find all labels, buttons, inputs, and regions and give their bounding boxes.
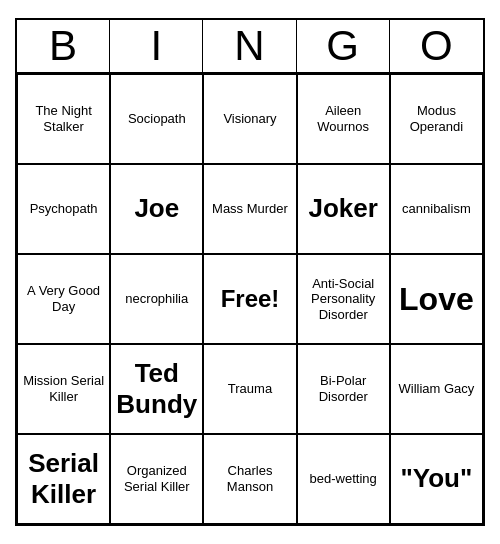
bingo-header-letter: N [203,20,296,72]
bingo-cell: Love [390,254,483,344]
bingo-cell: cannibalism [390,164,483,254]
bingo-cell: A Very Good Day [17,254,110,344]
bingo-cell: necrophilia [110,254,203,344]
bingo-header-letter: G [297,20,390,72]
bingo-cell: Free! [203,254,296,344]
bingo-cell: Psychopath [17,164,110,254]
bingo-header: BINGO [17,20,483,74]
bingo-cell: Sociopath [110,74,203,164]
bingo-cell: Modus Operandi [390,74,483,164]
bingo-cell: Anti-Social Personality Disorder [297,254,390,344]
bingo-cell: Trauma [203,344,296,434]
bingo-header-letter: B [17,20,110,72]
bingo-cell: Visionary [203,74,296,164]
bingo-cell: Bi-Polar Disorder [297,344,390,434]
bingo-cell: Mission Serial Killer [17,344,110,434]
bingo-cell: Charles Manson [203,434,296,524]
bingo-grid: The Night StalkerSociopathVisionaryAilee… [17,74,483,524]
bingo-cell: "You" [390,434,483,524]
bingo-cell: Joe [110,164,203,254]
bingo-cell: Aileen Wournos [297,74,390,164]
bingo-cell: Mass Murder [203,164,296,254]
bingo-cell: Joker [297,164,390,254]
bingo-header-letter: I [110,20,203,72]
bingo-cell: Serial Killer [17,434,110,524]
bingo-header-letter: O [390,20,483,72]
bingo-cell: bed-wetting [297,434,390,524]
bingo-cell: The Night Stalker [17,74,110,164]
bingo-cell: Ted Bundy [110,344,203,434]
bingo-cell: Organized Serial Killer [110,434,203,524]
bingo-cell: William Gacy [390,344,483,434]
bingo-card: BINGO The Night StalkerSociopathVisionar… [15,18,485,526]
